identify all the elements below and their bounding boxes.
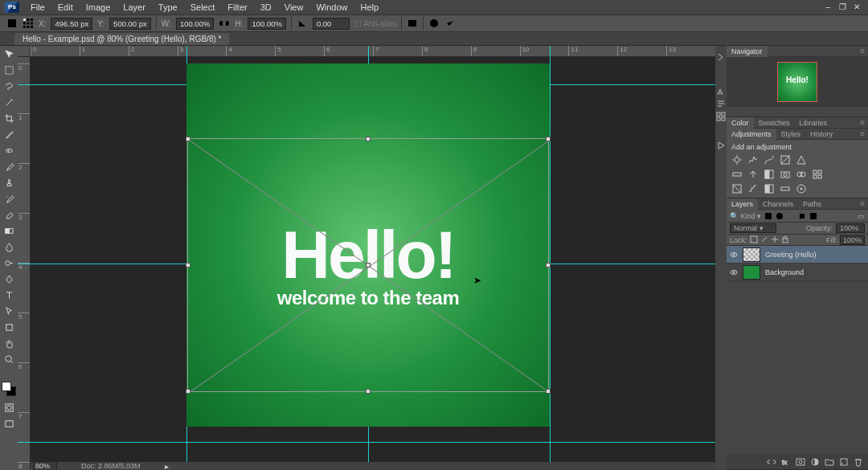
character-panel-icon[interactable] xyxy=(716,88,726,97)
exposure-icon[interactable] xyxy=(780,154,791,166)
tab-navigator[interactable]: Navigator xyxy=(727,46,768,57)
healing-tool[interactable] xyxy=(2,145,16,160)
posterize-icon[interactable] xyxy=(747,183,759,194)
photofilter-icon[interactable] xyxy=(780,169,791,180)
fill-field[interactable]: 100% xyxy=(840,235,865,245)
gradientmap-icon[interactable] xyxy=(780,183,791,194)
zoom-field[interactable]: 80% xyxy=(33,461,57,470)
vibrance-icon[interactable] xyxy=(796,154,807,166)
colorbalance-icon[interactable] xyxy=(747,169,759,180)
history-brush-tool[interactable] xyxy=(2,194,16,208)
navigator-zoom-slider[interactable] xyxy=(727,107,868,116)
filter-shape-icon[interactable] xyxy=(798,212,806,220)
adjustment-layer-icon[interactable] xyxy=(810,457,820,467)
menu-3d[interactable]: 3D xyxy=(254,2,278,12)
filter-pixel-icon[interactable] xyxy=(764,212,772,220)
lock-transparency-icon[interactable] xyxy=(750,235,758,245)
visibility-icon[interactable] xyxy=(730,268,738,276)
doc-info-dropdown[interactable]: ▸ xyxy=(165,462,169,471)
filter-toggle[interactable]: ▭ xyxy=(858,212,865,220)
blend-mode-select[interactable]: Normal ▾ xyxy=(730,223,776,233)
lock-pixels-icon[interactable] xyxy=(760,235,768,245)
move-tool[interactable] xyxy=(2,49,16,63)
colorlookup-icon[interactable] xyxy=(812,169,823,180)
blur-tool[interactable] xyxy=(2,242,16,256)
transform-box[interactable] xyxy=(187,138,549,392)
hand-tool[interactable] xyxy=(2,338,16,353)
layer-item[interactable]: Background xyxy=(727,264,868,281)
crop-tool[interactable] xyxy=(2,113,16,128)
tab-paths[interactable]: Paths xyxy=(798,198,826,210)
tab-libraries[interactable]: Libraries xyxy=(795,117,833,129)
layer-name[interactable]: Greeting (Hello) xyxy=(765,251,817,259)
cancel-transform-button[interactable] xyxy=(428,18,440,29)
magic-wand-tool[interactable] xyxy=(2,97,16,112)
eyedropper-tool[interactable] xyxy=(2,129,16,144)
menu-edit[interactable]: Edit xyxy=(51,2,80,12)
antialias-checkbox[interactable]: ☐ Anti-alias xyxy=(354,19,396,28)
warp-mode-icon[interactable] xyxy=(407,18,418,29)
tab-history[interactable]: History xyxy=(805,129,837,140)
panel-menu-icon[interactable]: ≡ xyxy=(857,199,868,208)
marquee-tool[interactable] xyxy=(2,65,16,80)
type-tool[interactable] xyxy=(2,290,16,304)
tab-color[interactable]: Color xyxy=(727,117,754,129)
reference-point-icon[interactable] xyxy=(23,18,34,29)
angle-field[interactable]: 0.00 xyxy=(313,18,350,30)
commit-transform-button[interactable] xyxy=(444,18,456,29)
brightness-icon[interactable] xyxy=(731,154,743,166)
menu-window[interactable]: Window xyxy=(309,2,354,12)
stamp-tool[interactable] xyxy=(2,178,16,192)
bw-icon[interactable] xyxy=(764,169,775,180)
tab-styles[interactable]: Styles xyxy=(776,129,806,140)
visibility-icon[interactable] xyxy=(730,251,738,259)
y-field[interactable]: 500.00 px xyxy=(109,18,151,30)
menu-help[interactable]: Help xyxy=(354,2,386,12)
menu-view[interactable]: View xyxy=(278,2,310,12)
zoom-tool[interactable] xyxy=(2,354,16,369)
fx-icon[interactable]: fx xyxy=(781,457,791,467)
invert-icon[interactable] xyxy=(731,183,743,194)
menu-filter[interactable]: Filter xyxy=(221,2,253,12)
lock-all-icon[interactable] xyxy=(781,235,789,245)
path-select-tool[interactable] xyxy=(2,306,16,321)
layer-item[interactable]: Greeting (Hello) xyxy=(727,246,868,264)
tab-swatches[interactable]: Swatches xyxy=(754,117,795,129)
actions-panel-icon[interactable] xyxy=(716,141,726,150)
levels-icon[interactable] xyxy=(747,154,759,166)
pen-tool[interactable] xyxy=(2,274,16,288)
lock-position-icon[interactable] xyxy=(771,235,779,245)
hue-icon[interactable] xyxy=(731,169,743,180)
h-field[interactable]: 100.00% xyxy=(248,18,286,30)
ruler-horizontal[interactable]: 0 1 2 3 4 5 6 7 8 9 10 11 12 13 xyxy=(31,46,715,57)
dodge-tool[interactable] xyxy=(2,258,16,272)
layer-name[interactable]: Background xyxy=(765,268,804,276)
channelmixer-icon[interactable] xyxy=(796,169,807,180)
menu-file[interactable]: File xyxy=(24,2,51,12)
gradient-tool[interactable] xyxy=(2,226,16,240)
mask-icon[interactable] xyxy=(796,457,805,467)
screenmode-button[interactable] xyxy=(2,419,16,433)
quickmask-button[interactable] xyxy=(2,403,16,417)
lasso-tool[interactable] xyxy=(2,81,16,96)
menu-image[interactable]: Image xyxy=(80,2,117,12)
tab-layers[interactable]: Layers xyxy=(727,198,758,210)
eraser-tool[interactable] xyxy=(2,210,16,224)
new-layer-icon[interactable] xyxy=(839,457,849,467)
canvas-area[interactable]: 0 1 2 3 4 5 6 7 8 9 10 11 12 13 0 1 2 3 … xyxy=(18,46,715,470)
panel-menu-icon[interactable]: ≡ xyxy=(857,47,868,55)
link-layers-icon[interactable] xyxy=(767,457,776,467)
layer-filter-kind[interactable]: 🔍 Kind ▾ xyxy=(730,212,761,220)
x-field[interactable]: 496.50 px xyxy=(51,18,92,30)
menu-layer[interactable]: Layer xyxy=(117,2,152,12)
layer-thumbnail[interactable] xyxy=(743,247,760,262)
threshold-icon[interactable] xyxy=(764,183,775,194)
document-tab[interactable]: Hello - Example.psd @ 80% (Greeting (Hel… xyxy=(14,33,229,45)
window-restore-button[interactable]: ❐ xyxy=(836,2,849,13)
brush-tool[interactable] xyxy=(2,161,16,176)
window-minimize-button[interactable]: – xyxy=(821,2,834,13)
group-icon[interactable] xyxy=(825,457,834,467)
window-close-button[interactable]: ✕ xyxy=(850,2,863,13)
swatches-panel-icon[interactable] xyxy=(716,112,726,121)
menu-type[interactable]: Type xyxy=(152,2,184,12)
